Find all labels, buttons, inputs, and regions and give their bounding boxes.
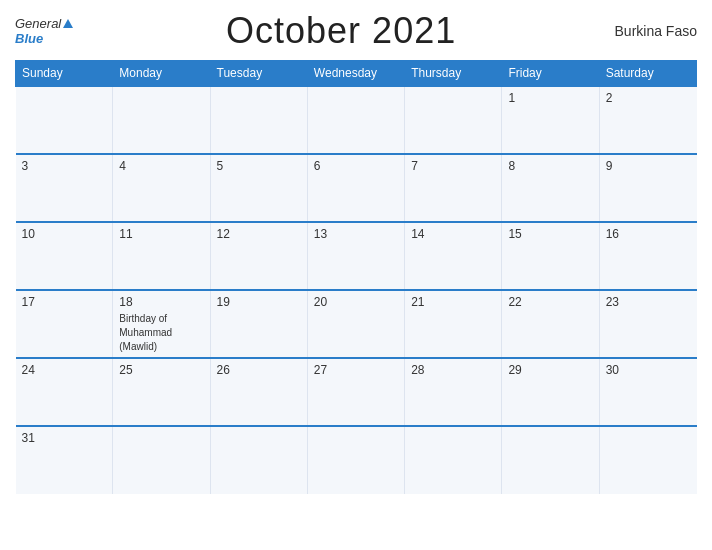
header-monday: Monday: [113, 61, 210, 87]
table-row: [210, 426, 307, 494]
table-row: 5: [210, 154, 307, 222]
table-row: 26: [210, 358, 307, 426]
month-title: October 2021: [75, 10, 607, 52]
day-number: 17: [22, 295, 107, 309]
logo-triangle-icon: [63, 19, 73, 28]
table-row: 7: [405, 154, 502, 222]
table-row: [210, 86, 307, 154]
table-row: 17: [16, 290, 113, 358]
day-number: 2: [606, 91, 691, 105]
table-row: 13: [307, 222, 404, 290]
day-number: 12: [217, 227, 301, 241]
day-number: 7: [411, 159, 495, 173]
table-row: 19: [210, 290, 307, 358]
table-row: 9: [599, 154, 696, 222]
table-row: 27: [307, 358, 404, 426]
logo-text-block: General Blue: [15, 16, 75, 46]
header-saturday: Saturday: [599, 61, 696, 87]
calendar-container: General Blue October 2021 Burkina Faso S…: [0, 0, 712, 550]
day-number: 18: [119, 295, 203, 309]
day-number: 19: [217, 295, 301, 309]
day-number: 13: [314, 227, 398, 241]
header-sunday: Sunday: [16, 61, 113, 87]
week-row-2: 10111213141516: [16, 222, 697, 290]
table-row: 16: [599, 222, 696, 290]
table-row: 12: [210, 222, 307, 290]
day-number: 5: [217, 159, 301, 173]
table-row: 25: [113, 358, 210, 426]
table-row: [307, 426, 404, 494]
day-number: 4: [119, 159, 203, 173]
day-number: 27: [314, 363, 398, 377]
day-number: 9: [606, 159, 691, 173]
table-row: [16, 86, 113, 154]
table-row: 18Birthday of Muhammad (Mawlid): [113, 290, 210, 358]
day-number: 11: [119, 227, 203, 241]
day-number: 26: [217, 363, 301, 377]
day-number: 6: [314, 159, 398, 173]
day-number: 22: [508, 295, 592, 309]
table-row: 14: [405, 222, 502, 290]
day-number: 14: [411, 227, 495, 241]
table-row: 11: [113, 222, 210, 290]
week-row-1: 3456789: [16, 154, 697, 222]
table-row: 20: [307, 290, 404, 358]
logo-general-text: General: [15, 16, 61, 31]
table-row: 29: [502, 358, 599, 426]
day-number: 31: [22, 431, 107, 445]
day-number: 29: [508, 363, 592, 377]
header-friday: Friday: [502, 61, 599, 87]
table-row: 31: [16, 426, 113, 494]
day-number: 25: [119, 363, 203, 377]
week-row-4: 24252627282930: [16, 358, 697, 426]
table-row: 15: [502, 222, 599, 290]
calendar-header: General Blue October 2021 Burkina Faso: [15, 10, 697, 52]
day-number: 24: [22, 363, 107, 377]
week-row-3: 1718Birthday of Muhammad (Mawlid)1920212…: [16, 290, 697, 358]
table-row: 24: [16, 358, 113, 426]
table-row: [405, 426, 502, 494]
day-event: Birthday of Muhammad (Mawlid): [119, 313, 172, 352]
table-row: [502, 426, 599, 494]
day-number: 15: [508, 227, 592, 241]
day-number: 3: [22, 159, 107, 173]
day-number: 30: [606, 363, 691, 377]
logo-top-line: General: [15, 16, 75, 31]
table-row: 30: [599, 358, 696, 426]
table-row: 4: [113, 154, 210, 222]
logo-blue-text: Blue: [15, 31, 75, 46]
table-row: 3: [16, 154, 113, 222]
day-number: 1: [508, 91, 592, 105]
header-wednesday: Wednesday: [307, 61, 404, 87]
table-row: 23: [599, 290, 696, 358]
logo: General Blue: [15, 16, 75, 46]
day-number: 10: [22, 227, 107, 241]
calendar-table: Sunday Monday Tuesday Wednesday Thursday…: [15, 60, 697, 494]
table-row: 6: [307, 154, 404, 222]
table-row: [113, 86, 210, 154]
table-row: 28: [405, 358, 502, 426]
table-row: [405, 86, 502, 154]
day-number: 28: [411, 363, 495, 377]
header-thursday: Thursday: [405, 61, 502, 87]
table-row: 22: [502, 290, 599, 358]
day-number: 16: [606, 227, 691, 241]
table-row: 2: [599, 86, 696, 154]
table-row: 1: [502, 86, 599, 154]
day-number: 8: [508, 159, 592, 173]
table-row: [307, 86, 404, 154]
table-row: [113, 426, 210, 494]
table-row: 10: [16, 222, 113, 290]
table-row: 21: [405, 290, 502, 358]
table-row: 8: [502, 154, 599, 222]
day-number: 21: [411, 295, 495, 309]
country-name: Burkina Faso: [607, 23, 697, 39]
week-row-5: 31: [16, 426, 697, 494]
day-headers-row: Sunday Monday Tuesday Wednesday Thursday…: [16, 61, 697, 87]
week-row-0: 12: [16, 86, 697, 154]
header-tuesday: Tuesday: [210, 61, 307, 87]
day-number: 20: [314, 295, 398, 309]
table-row: [599, 426, 696, 494]
day-number: 23: [606, 295, 691, 309]
